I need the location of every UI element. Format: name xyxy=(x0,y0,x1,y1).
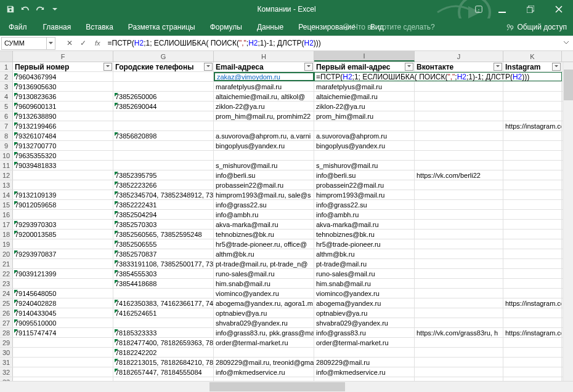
cell[interactable]: 79132109139 xyxy=(13,190,113,199)
cell[interactable] xyxy=(13,338,113,347)
cell[interactable]: 73852345704, 73852348912, 7385 xyxy=(113,190,214,199)
cell[interactable] xyxy=(314,348,415,357)
cell[interactable]: althm@bk.ru xyxy=(214,249,314,258)
close-button[interactable] xyxy=(545,0,573,18)
cell[interactable] xyxy=(415,367,503,377)
cell[interactable] xyxy=(415,318,503,327)
cell[interactable]: 73852690044 xyxy=(113,102,214,111)
formulas-tab[interactable]: Формулы xyxy=(203,18,250,36)
cell[interactable]: 79293970837 xyxy=(13,249,113,258)
tell-me[interactable]: Что вы хотите сделать? xyxy=(342,23,435,31)
header-cell[interactable]: Первый номер xyxy=(13,62,113,71)
cell[interactable]: 79132638890 xyxy=(13,111,113,121)
cell[interactable]: optnabiev@ya.ru xyxy=(314,308,415,318)
cell[interactable] xyxy=(314,121,415,130)
cell[interactable]: info@grass22.su xyxy=(214,200,314,209)
cell[interactable] xyxy=(415,308,503,318)
cell[interactable]: marafetplyus@mail.ru xyxy=(314,82,415,91)
row-header[interactable]: 23 xyxy=(0,279,13,288)
row-header[interactable]: 26 xyxy=(0,308,13,318)
row-header[interactable]: 30 xyxy=(0,348,13,357)
cell[interactable]: zakaz@vimoydom.ru xyxy=(214,72,314,81)
data-tab[interactable]: Данные xyxy=(250,18,291,36)
cell[interactable] xyxy=(415,220,503,229)
cell[interactable] xyxy=(13,279,113,288)
cell[interactable] xyxy=(113,161,214,170)
cell[interactable] xyxy=(503,249,562,258)
scroll-thumb[interactable] xyxy=(209,382,345,391)
cell[interactable] xyxy=(503,239,562,249)
cell[interactable] xyxy=(503,220,562,229)
cell[interactable]: pt-trade@mail.ru, pt-trade_n@ xyxy=(214,259,314,268)
cell[interactable]: ziklon-22@ya.ru xyxy=(214,102,314,111)
help-button[interactable] xyxy=(469,0,488,18)
cell[interactable] xyxy=(113,121,214,130)
cell[interactable]: info@mkmedservice.ru xyxy=(314,367,415,377)
col-header-H[interactable]: H xyxy=(214,51,314,62)
cell[interactable]: info@mkmedservice.ru xyxy=(214,367,314,377)
cell[interactable]: 73833191108, 73852500177, 7385 xyxy=(113,259,214,268)
filter-button[interactable] xyxy=(405,63,413,71)
row-header[interactable]: 18 xyxy=(0,230,13,239)
cell[interactable]: info@ambh.ru xyxy=(214,210,314,219)
cell[interactable] xyxy=(503,289,562,298)
cell[interactable]: prom_him@mail.ru xyxy=(314,111,415,121)
cell[interactable]: 73854418688 xyxy=(113,279,214,288)
cell[interactable] xyxy=(503,210,562,219)
cell[interactable]: 79012059658 xyxy=(13,200,113,209)
cell[interactable] xyxy=(13,259,113,268)
row-header[interactable]: 24 xyxy=(0,289,13,298)
row-header[interactable]: 13 xyxy=(0,180,13,190)
cell[interactable]: marafetplyus@mail.ru xyxy=(214,82,314,91)
cell[interactable] xyxy=(415,200,503,209)
cell[interactable]: info@grass83.ru, pkk.grass@ma xyxy=(214,328,314,337)
minimize-button[interactable] xyxy=(488,0,516,18)
cell[interactable] xyxy=(503,338,562,347)
row-header[interactable]: 11 xyxy=(0,161,13,170)
name-box[interactable]: СУММ xyxy=(1,37,47,50)
cell[interactable]: 73852222431 xyxy=(113,200,214,209)
row-header[interactable]: 28 xyxy=(0,328,13,337)
cell[interactable] xyxy=(503,161,562,170)
row-header[interactable]: 20 xyxy=(0,249,13,258)
cell[interactable] xyxy=(415,210,503,219)
cell[interactable] xyxy=(113,318,214,327)
cell[interactable] xyxy=(503,92,562,101)
cell[interactable]: info@grass83.ru xyxy=(314,328,415,337)
formula-input[interactable]: =ПСТР(H2;1; ЕСЛИОШИБКА( ПОИСК(",";H2;1)-… xyxy=(105,39,561,47)
row-header[interactable]: 15 xyxy=(0,200,13,209)
cell[interactable]: 73852570303 xyxy=(113,220,214,229)
formula-expand[interactable] xyxy=(561,41,572,45)
cell[interactable]: abogema@yandex.ru xyxy=(314,298,415,308)
fx-icon[interactable]: fx xyxy=(95,39,100,47)
row-header[interactable]: 21 xyxy=(0,259,13,268)
cell[interactable]: https://vk.com/grass83ru, h xyxy=(415,328,503,337)
cell[interactable] xyxy=(415,239,503,249)
row-header[interactable]: 16 xyxy=(0,210,13,219)
cell[interactable]: 74162524651 xyxy=(113,308,214,318)
cell[interactable]: akva-marka@mail.ru xyxy=(214,220,314,229)
cell[interactable]: 73856820898 xyxy=(113,131,214,140)
accept-formula[interactable]: ✓ xyxy=(76,37,90,50)
cancel-formula[interactable]: ✕ xyxy=(63,37,76,50)
cell[interactable]: himprom1993@mail.ru, sale@s xyxy=(214,190,314,199)
row-header[interactable]: 7 xyxy=(0,121,13,130)
cell[interactable] xyxy=(415,111,503,121)
filter-button[interactable] xyxy=(304,63,313,71)
cell[interactable]: 74162350383, 74162366177, 7416 xyxy=(113,298,214,308)
cell[interactable]: 2809229@mail.ru, treonid@gma xyxy=(214,358,314,367)
cell[interactable]: runo-sales@mail.ru xyxy=(214,269,314,278)
header-cell[interactable]: Instagram xyxy=(503,62,562,71)
cell[interactable] xyxy=(503,318,562,327)
row-header[interactable]: 32 xyxy=(0,367,13,377)
cell[interactable]: ziklon-22@ya.ru xyxy=(314,102,415,111)
cell[interactable]: 79132199466 xyxy=(13,121,113,130)
layout-tab[interactable]: Разметка страницы xyxy=(121,18,203,36)
row-header[interactable]: 31 xyxy=(0,358,13,367)
header-cell[interactable]: Первый email-адрес xyxy=(314,62,415,71)
cell[interactable]: shvabra029@yandex.ru xyxy=(314,318,415,327)
cell[interactable]: him.snab@mail.ru xyxy=(314,279,415,288)
cell[interactable] xyxy=(503,259,562,268)
cell[interactable]: a.suvorova@ahprom.ru, a.varni xyxy=(214,131,314,140)
cell[interactable]: info@ambh.ru xyxy=(314,210,415,219)
